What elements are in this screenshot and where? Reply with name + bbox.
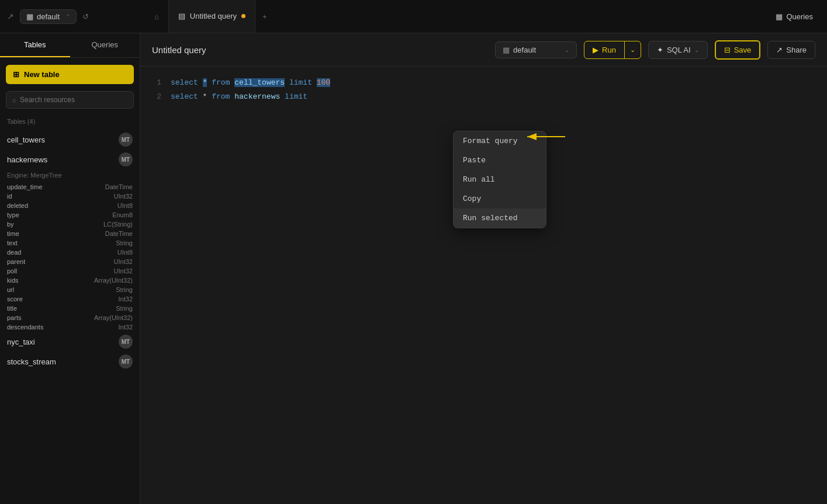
table-row-nyc-taxi[interactable]: nyc_taxi MT [7, 332, 133, 352]
home-icon: ⌂ [154, 12, 159, 21]
field-score: score Int32 [7, 294, 133, 304]
table-name-stocks-stream: stocks_stream [7, 357, 56, 366]
tabs-area: ⌂ ▤ Untitled query + [145, 0, 776, 33]
field-parent: parent UInt32 [7, 257, 133, 266]
field-id: id UInt32 [7, 192, 133, 201]
engine-label: Engine: MergeTree [7, 171, 133, 180]
refresh-icon[interactable]: ↺ [80, 10, 91, 23]
run-play-icon: ▶ [593, 46, 598, 54]
arrow-indicator [521, 128, 568, 148]
run-button[interactable]: ▶ Run ⌄ [584, 41, 641, 59]
field-by: by LC(String) [7, 220, 133, 229]
share-button[interactable]: ↗ Share [767, 41, 815, 59]
line-content-2: select * from hackernews limit [171, 90, 307, 104]
field-kids: kids Array(UInt32) [7, 276, 133, 285]
db-name-top: default [37, 12, 60, 21]
tables-count: Tables (4) [7, 118, 133, 125]
table-row-hackernews[interactable]: hackernews MT [7, 150, 133, 169]
run-dropdown-button[interactable]: ⌄ [625, 42, 641, 58]
table-badge-stocks-stream: MT [119, 354, 133, 369]
hackernews-expanded: Engine: MergeTree update_time DateTime i… [7, 171, 133, 332]
new-table-label: New table [24, 70, 60, 79]
table-badge-hackernews: MT [119, 152, 133, 166]
line-number-1: 1 [152, 76, 161, 90]
field-descendants: descendants Int32 [7, 322, 133, 332]
field-type: type Enum8 [7, 210, 133, 220]
table-name-cell-towers: cell_towers [7, 135, 45, 144]
sql-ai-label: SQL AI [667, 46, 691, 54]
line-content-1: select * from cell_towers limit 100 [171, 76, 330, 90]
table-name-hackernews: hackernews [7, 155, 47, 164]
sql-ai-chevron-icon: ⌄ [694, 47, 699, 53]
save-button[interactable]: ⊟ Save [715, 40, 761, 60]
save-label: Save [734, 46, 752, 54]
query-header: Untitled query ▦ default ⌄ ▶ Run ⌄ ✦ SQL… [140, 33, 827, 67]
table-row-stocks-stream[interactable]: stocks_stream MT [7, 352, 133, 371]
table-row-cell-towers[interactable]: cell_towers MT [7, 130, 133, 150]
table-badge-cell-towers: MT [119, 133, 133, 147]
field-parts: parts Array(UInt32) [7, 313, 133, 322]
tab-label: Untitled query [190, 12, 237, 20]
editor-line-1: 1 select * from cell_towers limit 100 [152, 76, 815, 90]
sidebar-tabs: Tables Queries [0, 33, 140, 58]
sparkle-icon: ✦ [657, 46, 663, 54]
tab-unsaved-dot [241, 14, 245, 18]
tables-section: Tables (4) cell_towers MT hackernews MT … [0, 116, 140, 504]
search-input[interactable] [20, 96, 127, 104]
field-title: title String [7, 304, 133, 313]
arrow-svg [521, 128, 568, 145]
sidebar: Tables Queries ⊞ New table ⌕ Tables (4) … [0, 33, 140, 504]
sql-ai-button[interactable]: ✦ SQL AI ⌄ [648, 41, 708, 59]
db-selector-top[interactable]: ▦ default ⌃ [20, 9, 77, 24]
db-name-query: default [513, 46, 536, 54]
queries-icon: ▦ [776, 12, 783, 21]
top-bar-left: ↗ ▦ default ⌃ ↺ [5, 9, 145, 24]
new-table-button[interactable]: ⊞ New table [6, 65, 134, 84]
context-menu-run-all[interactable]: Run all [454, 170, 546, 189]
content-area: Untitled query ▦ default ⌄ ▶ Run ⌄ ✦ SQL… [140, 33, 827, 504]
tab-untitled-query[interactable]: ▤ Untitled query [169, 0, 255, 33]
field-time: time DateTime [7, 229, 133, 238]
back-icon[interactable]: ↗ [5, 9, 16, 23]
table-name-nyc-taxi: nyc_taxi [7, 338, 35, 346]
table-badge-nyc-taxi: MT [119, 335, 133, 349]
add-icon: + [262, 12, 267, 21]
db-selector-query[interactable]: ▦ default ⌄ [495, 41, 577, 58]
main-layout: Tables Queries ⊞ New table ⌕ Tables (4) … [0, 33, 827, 504]
top-bar-right: ▦ Queries [776, 12, 822, 21]
line-number-2: 2 [152, 90, 161, 104]
run-label: Run [602, 46, 616, 54]
tab-query-icon: ▤ [178, 12, 185, 20]
db-icon-query: ▦ [503, 46, 510, 54]
db-icon-top: ▦ [26, 12, 33, 21]
tab-tables[interactable]: Tables [0, 33, 70, 57]
field-dead: dead UInt8 [7, 248, 133, 257]
context-menu-run-selected[interactable]: Run selected [454, 208, 546, 228]
queries-button[interactable]: ▦ Queries [776, 12, 813, 21]
table-add-icon: ⊞ [13, 70, 19, 79]
share-icon: ↗ [776, 46, 783, 54]
tab-home[interactable]: ⌂ [145, 0, 169, 33]
field-text: text String [7, 238, 133, 248]
tab-queries[interactable]: Queries [70, 33, 140, 57]
field-deleted: deleted UInt8 [7, 201, 133, 210]
search-resources: ⌕ [6, 91, 134, 109]
save-icon: ⊟ [724, 46, 731, 54]
db-chevron-down-icon: ⌄ [565, 47, 569, 53]
field-poll: poll UInt32 [7, 266, 133, 276]
run-main[interactable]: ▶ Run [584, 41, 625, 58]
context-menu-paste[interactable]: Paste [454, 151, 546, 170]
db-chevron-icon: ⌃ [65, 13, 70, 20]
queries-label: Queries [786, 12, 813, 21]
field-url: url String [7, 285, 133, 294]
editor-line-2: 2 select * from hackernews limit [152, 90, 815, 104]
query-title[interactable]: Untitled query [152, 45, 488, 55]
share-label: Share [786, 46, 807, 54]
top-bar: ↗ ▦ default ⌃ ↺ ⌂ ▤ Untitled query + ▦ Q… [0, 0, 827, 33]
editor-area[interactable]: 1 select * from cell_towers limit 100 2 … [140, 67, 827, 504]
search-icon: ⌕ [12, 96, 16, 104]
tab-add-button[interactable]: + [255, 0, 274, 33]
context-menu-copy[interactable]: Copy [454, 189, 546, 208]
field-update-time: update_time DateTime [7, 182, 133, 192]
